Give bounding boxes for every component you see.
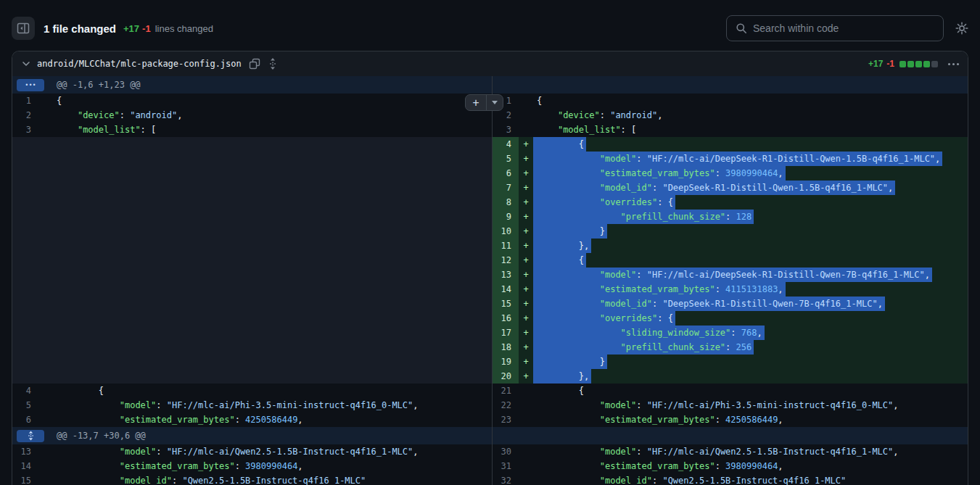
file-additions: +17 [868,59,883,69]
collapse-file-button[interactable] [21,59,31,69]
code-line[interactable]: "estimated_vram_bytes": 3980990464, [533,459,968,473]
line-number[interactable]: 10 [493,224,519,239]
diff-row: 20+ }, [12,369,968,384]
gear-icon [955,22,968,35]
code-line[interactable]: "model_id": "Qwen2.5-1.5B-Instruct-q4f16… [53,473,492,485]
code-line[interactable]: { [53,384,492,398]
file-options-button[interactable] [948,63,959,65]
code-line[interactable]: "device": "android", [53,108,492,123]
code-line[interactable]: "model_list": [ [53,123,492,137]
code-line[interactable]: "prefill_chunk_size": 128 [533,210,968,224]
code-line[interactable]: "prefill_chunk_size": 256 [533,340,968,355]
code-line[interactable]: "model": "HF://mlc-ai/Phi-3.5-mini-instr… [53,398,492,413]
line-number[interactable]: 14 [12,459,38,473]
diff-marker [519,444,533,459]
diff-marker [38,459,53,473]
code-line[interactable]: "estimated_vram_bytes": 4250586449, [53,413,492,427]
expand-file-button[interactable] [268,57,278,70]
code-line[interactable]: "model": "HF://mlc-ai/DeepSeek-R1-Distil… [533,152,968,166]
code-line[interactable]: "estimated_vram_bytes": 4250586449, [533,413,968,427]
line-number[interactable]: 3 [493,123,519,137]
line-number[interactable]: 30 [493,444,519,459]
line-number[interactable]: 1 [12,94,38,108]
code-line[interactable]: "sliding_window_size": 768, [533,326,968,340]
code-line[interactable]: }, [533,369,968,384]
code-line[interactable]: "model": "HF://mlc-ai/Phi-3.5-mini-instr… [533,398,968,413]
line-number[interactable]: 4 [12,384,38,398]
code-line[interactable]: "estimated_vram_bytes": 4115131883, [533,282,968,297]
diff-row: 14 "estimated_vram_bytes": 3980990464,31… [12,459,968,473]
empty-diff-filler [12,195,492,210]
code-line[interactable]: { [533,137,968,152]
empty-diff-filler [12,326,492,340]
code-line[interactable]: { [533,94,968,108]
line-number[interactable]: 2 [12,108,38,123]
line-number[interactable]: 9 [493,210,519,224]
diff-row: 9+ "prefill_chunk_size": 128 [12,210,968,224]
diff-row: 13 "model": "HF://mlc-ai/Qwen2.5-1.5B-In… [12,444,968,459]
line-number[interactable]: 16 [493,311,519,326]
copy-path-button[interactable] [249,58,260,70]
line-number[interactable]: 31 [493,459,519,473]
line-number[interactable]: 23 [493,413,519,427]
line-number[interactable]: 15 [12,473,38,485]
code-line[interactable]: { [533,384,968,398]
code-line[interactable]: "model_id": "Qwen2.5-1.5B-Instruct-q4f16… [533,473,968,485]
expand-hunk-button[interactable] [17,430,44,442]
empty-diff-filler [12,224,492,239]
settings-button[interactable] [955,22,968,35]
code-line[interactable]: "overrides": { [533,311,968,326]
code-line[interactable]: } [533,224,968,239]
line-number[interactable]: 5 [493,152,519,166]
line-number[interactable]: 6 [12,413,38,427]
code-line[interactable]: "estimated_vram_bytes": 3980990464, [533,166,968,181]
line-number[interactable]: 4 [493,137,519,152]
code-line[interactable]: } [533,355,968,369]
search-input[interactable] [753,22,934,34]
code-line[interactable]: "model": "HF://mlc-ai/DeepSeek-R1-Distil… [533,268,968,282]
line-number[interactable]: 17 [493,326,519,340]
line-number[interactable]: 14 [493,282,519,297]
line-number[interactable]: 13 [12,444,38,459]
line-number[interactable]: 18 [493,340,519,355]
search-box[interactable] [726,15,944,41]
code-line[interactable]: "device": "android", [533,108,968,123]
total-deletions: -1 [142,23,151,34]
line-number[interactable]: 11 [493,239,519,253]
line-number[interactable]: 8 [493,195,519,210]
code-line[interactable]: "model_id": "DeepSeek-R1-Distill-Qwen-1.… [533,181,968,195]
diff-marker: + [519,166,533,181]
code-line[interactable]: }, [533,239,968,253]
line-number[interactable]: 32 [493,473,519,485]
code-line[interactable]: "estimated_vram_bytes": 3980990464, [53,459,492,473]
diffstat-squares [899,61,938,67]
diff-marker [38,444,53,459]
code-line[interactable]: { [53,94,492,108]
code-line[interactable]: "model_id": "DeepSeek-R1-Distill-Qwen-7B… [533,297,968,311]
code-line[interactable]: "model": "HF://mlc-ai/Qwen2.5-1.5B-Instr… [533,444,968,459]
code-line[interactable]: "model_list": [ [533,123,968,137]
line-number[interactable]: 3 [12,123,38,137]
diff-marker: + [519,297,533,311]
diffstat-square-neutral [931,61,938,67]
code-line[interactable]: "overrides": { [533,195,968,210]
line-number[interactable]: 21 [493,384,519,398]
code-line[interactable]: "model": "HF://mlc-ai/Qwen2.5-1.5B-Instr… [53,444,492,459]
line-number[interactable]: 22 [493,398,519,413]
file-tree-toggle-button[interactable] [12,17,35,40]
empty-diff-filler [12,253,492,268]
add-button[interactable]: + [466,95,487,110]
line-number[interactable]: 15 [493,297,519,311]
line-number[interactable]: 12 [493,253,519,268]
line-number[interactable]: 20 [493,369,519,384]
copy-icon [249,58,260,70]
code-line[interactable]: { [533,253,968,268]
line-number[interactable]: 7 [493,181,519,195]
line-number[interactable]: 19 [493,355,519,369]
add-options-caret-button[interactable] [487,95,503,110]
line-number[interactable]: 13 [493,268,519,282]
expand-hunk-button[interactable]: ••• [17,79,44,91]
line-number[interactable]: 6 [493,166,519,181]
search-icon [736,22,747,34]
line-number[interactable]: 5 [12,398,38,413]
